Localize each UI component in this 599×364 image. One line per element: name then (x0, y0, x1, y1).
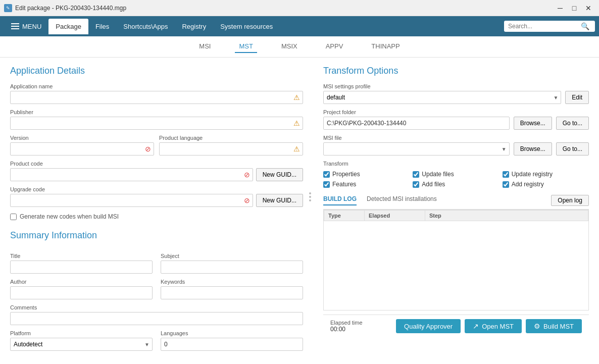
nav-tab-files[interactable]: Files (88, 19, 116, 34)
search-input[interactable] (508, 23, 579, 30)
publisher-label: Publisher (10, 109, 303, 115)
browse-button-1[interactable]: Browse... (514, 117, 552, 130)
build-mst-icon: ⚙ (534, 322, 540, 330)
title-bar-left: ✎ Edit package - PKG-200430-134440.mgp (4, 4, 126, 12)
application-name-input[interactable] (10, 91, 303, 104)
languages-field: Languages (161, 325, 303, 351)
browse-button-2[interactable]: Browse... (514, 142, 552, 155)
platform-label: Platform (10, 330, 153, 336)
msi-profile-select[interactable]: default (323, 91, 561, 104)
project-folder-label: Project folder (323, 109, 589, 115)
publisher-field: Publisher ⚠ (10, 109, 303, 130)
build-log-tab[interactable]: BUILD LOG (323, 195, 357, 205)
product-language-wrapper: ⚠ (159, 142, 303, 155)
sub-tab-thinapp[interactable]: THINAPP (367, 40, 404, 53)
log-col-type: Type (324, 211, 365, 221)
transform-section: Transform Properties Update files Update… (323, 161, 589, 188)
languages-label: Languages (161, 330, 303, 336)
bottom-bar: Elapsed time 00:00 Quality Approver ↗ Op… (323, 315, 589, 336)
sub-tab-mst[interactable]: MST (235, 40, 257, 53)
platform-field: Platform Autodetect x86 x64 ▼ (10, 325, 153, 351)
nav-tab-files-label: Files (95, 23, 109, 30)
window-controls: ─ □ ✕ (554, 3, 595, 14)
detected-msi-tab[interactable]: Detected MSI installations (367, 195, 437, 205)
log-table: Type Elapsed Step (324, 210, 588, 221)
author-keywords-row: Author Keywords (10, 274, 303, 299)
properties-checkbox[interactable] (323, 171, 330, 178)
update-files-label: Update files (422, 171, 454, 178)
languages-input[interactable] (161, 338, 303, 351)
add-files-label: Add files (422, 181, 445, 188)
action-buttons: Quality Approver ↗ Open MST ⚙ Build MST (396, 319, 582, 333)
msi-profile-row: default ▼ Edit (323, 91, 589, 104)
application-name-wrapper: ⚠ (10, 91, 303, 104)
subject-input[interactable] (161, 261, 303, 274)
sub-tab-msix[interactable]: MSIX (277, 40, 302, 53)
features-checkbox[interactable] (323, 181, 330, 188)
msi-file-select[interactable] (323, 142, 510, 155)
nav-tab-registry-label: Registry (182, 23, 206, 30)
log-col-step: Step (425, 211, 588, 221)
product-code-error-icon: ⊘ (244, 171, 250, 179)
title-input[interactable] (10, 261, 153, 274)
sub-tab-msi[interactable]: MSI (195, 40, 215, 53)
nav-tab-registry[interactable]: Registry (175, 19, 213, 34)
publisher-input[interactable] (10, 117, 303, 130)
menu-button[interactable]: MENU (4, 19, 48, 34)
maximize-button[interactable]: □ (568, 3, 581, 14)
version-input[interactable] (10, 142, 154, 155)
minimize-button[interactable]: ─ (554, 3, 567, 14)
update-files-checkbox[interactable] (413, 171, 419, 178)
check-update-files: Update files (413, 171, 499, 178)
left-panel: Application Details Application name ⚠ P… (10, 66, 303, 354)
sub-tab-appv[interactable]: APPV (322, 40, 347, 53)
edit-button[interactable]: Edit (565, 91, 589, 104)
build-log-header: BUILD LOG Detected MSI installations Ope… (323, 195, 589, 210)
go-to-button-1[interactable]: Go to... (556, 117, 589, 130)
add-files-checkbox[interactable] (413, 181, 419, 188)
generate-codes-checkbox[interactable] (10, 214, 17, 220)
product-language-input[interactable] (159, 142, 303, 155)
upgrade-code-input[interactable] (10, 194, 253, 207)
nav-tab-sysresources-label: System resources (220, 23, 273, 30)
search-icon: 🔍 (581, 22, 589, 30)
platform-select[interactable]: Autodetect x86 x64 (10, 338, 153, 351)
author-field: Author (10, 274, 153, 299)
check-features: Features (323, 181, 410, 188)
new-guid-2-button[interactable]: New GUID... (256, 194, 303, 207)
author-label: Author (10, 279, 153, 285)
properties-label: Properties (332, 171, 360, 178)
add-registry-label: Add registry (512, 181, 544, 188)
close-button[interactable]: ✕ (582, 3, 595, 14)
build-mst-button[interactable]: ⚙ Build MST (526, 319, 582, 333)
title-field: Title (10, 248, 153, 274)
author-input[interactable] (10, 286, 153, 299)
quality-approver-button[interactable]: Quality Approver (396, 319, 461, 333)
msi-profile-dropdown-wrapper: default ▼ (323, 91, 561, 104)
transform-title: Transform Options (323, 66, 589, 76)
version-error-icon: ⊘ (145, 145, 151, 153)
open-mst-button[interactable]: ↗ Open MST (465, 319, 522, 333)
nav-tab-shortcuts[interactable]: Shortcuts\Apps (116, 19, 175, 34)
update-registry-checkbox[interactable] (503, 171, 509, 178)
nav-tab-sysresources[interactable]: System resources (213, 19, 280, 34)
msi-file-section: MSI file ▼ Browse... Go to... (323, 135, 589, 155)
go-to-button-2[interactable]: Go to... (556, 142, 589, 155)
comments-input[interactable] (10, 312, 303, 325)
new-guid-1-button[interactable]: New GUID... (256, 168, 303, 181)
add-registry-checkbox[interactable] (503, 181, 509, 188)
comments-field: Comments (10, 304, 303, 325)
keywords-input[interactable] (161, 286, 303, 299)
search-box: 🔍 (504, 21, 595, 32)
open-log-button[interactable]: Open log (551, 195, 589, 206)
nav-tab-package[interactable]: Package (48, 19, 88, 34)
dots-menu (307, 192, 313, 201)
hamburger-icon (11, 23, 19, 29)
upgrade-code-error-icon: ⊘ (244, 196, 250, 204)
product-code-row: ⊘ New GUID... (10, 168, 303, 181)
publisher-wrapper: ⚠ (10, 117, 303, 130)
version-wrapper: ⊘ (10, 142, 154, 155)
right-panel: Transform Options MSI settings profile d… (323, 66, 589, 354)
project-folder-input[interactable] (323, 117, 510, 130)
product-code-input[interactable] (10, 168, 253, 181)
